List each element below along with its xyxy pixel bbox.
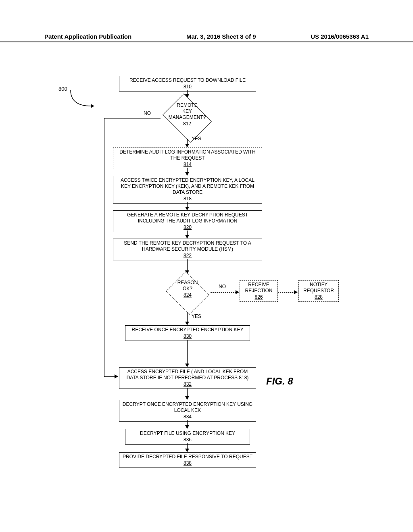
box-text: ACCESS ENCRYPTED FILE ( AND LOCAL KEK FR…	[127, 369, 249, 380]
box-ref: 830	[128, 333, 247, 339]
label-no-824: NO	[219, 284, 226, 289]
box-830: RECEIVE ONCE ENCRYPTED ENCRYPTION KEY 83…	[125, 325, 250, 341]
page-header: Patent Application Publication Mar. 3, 2…	[0, 33, 413, 42]
box-834: DECRYPT ONCE ENCRYPTED ENCRYPTION KEY US…	[119, 400, 256, 422]
box-ref: 820	[116, 224, 259, 231]
label-yes-812: YES	[192, 136, 201, 141]
box-822: SEND THE REMOTE KEY DECRYPTION REQUEST T…	[113, 239, 262, 260]
diamond-812-label: REMOTE KEY MANAGEMENT? 812	[159, 102, 215, 127]
box-ref: 836	[128, 437, 247, 443]
box-ref: 814	[116, 162, 259, 168]
box-818: ACCESS TWICE ENCRYPTED ENCRYPTION KEY, A…	[113, 176, 262, 204]
box-ref: 828	[301, 294, 336, 300]
box-text: RECEIVE ONCE ENCRYPTED ENCRYPTION KEY	[132, 327, 244, 332]
header-center: Mar. 3, 2016 Sheet 8 of 9	[186, 33, 256, 40]
box-ref: 826	[242, 294, 275, 300]
flowchart: 800 RECEIVE ACCESS REQUEST TO DOWNLOAD F…	[0, 73, 413, 516]
diamond-824-label: REASON OK? 824	[159, 280, 216, 298]
box-text: GENERATE A REMOTE KEY DECRYPTION REQUEST…	[127, 212, 248, 224]
label-no-812: NO	[144, 110, 151, 116]
header-left: Patent Application Publication	[44, 33, 131, 40]
box-text: DECRYPT FILE USING ENCRYPTION KEY	[140, 430, 235, 436]
box-ref: 832	[122, 381, 253, 387]
ref-800: 800	[58, 86, 67, 92]
box-ref: 834	[122, 414, 253, 420]
box-text: SEND THE REMOTE KEY DECRYPTION REQUEST T…	[124, 240, 251, 252]
figure-label: FIG. 8	[266, 376, 293, 387]
svg-marker-0	[91, 104, 94, 108]
box-832: ACCESS ENCRYPTED FILE ( AND LOCAL KEK FR…	[119, 367, 256, 389]
box-810: RECEIVE ACCESS REQUEST TO DOWNLOAD FILE …	[119, 76, 256, 91]
box-text: DECRYPT ONCE ENCRYPTED ENCRYPTION KEY US…	[123, 401, 252, 413]
header-right: US 2016/0065363 A1	[311, 33, 369, 40]
box-ref: 838	[122, 460, 253, 466]
box-828: NOTIFY REQUESTOR 828	[298, 280, 339, 302]
label-yes-824: YES	[192, 314, 201, 319]
box-ref: 810	[122, 84, 253, 90]
box-814: DETERMINE AUDIT LOG INFORMATION ASSOCIAT…	[113, 148, 262, 169]
box-826: RECEIVE REJECTION 826	[240, 280, 278, 302]
box-820: GENERATE A REMOTE KEY DECRYPTION REQUEST…	[113, 210, 262, 232]
box-836: DECRYPT FILE USING ENCRYPTION KEY 836	[125, 429, 250, 445]
box-838: PROVIDE DECRYPTED FILE RESPONSIVE TO REQ…	[119, 452, 256, 468]
box-ref: 822	[116, 253, 259, 259]
box-text: DETERMINE AUDIT LOG INFORMATION ASSOCIAT…	[119, 149, 255, 161]
box-ref: 818	[116, 196, 259, 202]
box-text: ACCESS TWICE ENCRYPTED ENCRYPTION KEY, A…	[121, 177, 254, 195]
ref-pointer-icon	[69, 88, 97, 110]
box-text: RECEIVE ACCESS REQUEST TO DOWNLOAD FILE	[129, 77, 246, 83]
box-text: PROVIDE DECRYPTED FILE RESPONSIVE TO REQ…	[123, 454, 252, 459]
